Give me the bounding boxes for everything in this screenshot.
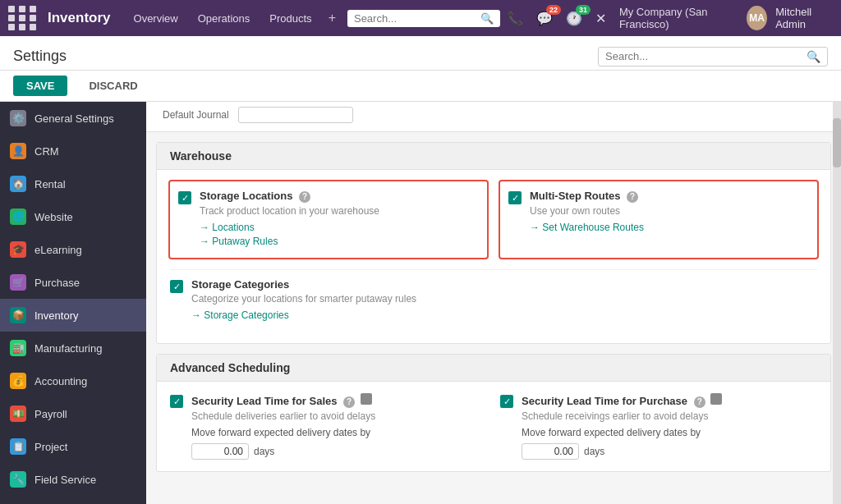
advanced-scheduling-body: ✓ Security Lead Time for Sales ? Schedul… [157,382,830,471]
sidebar-label-website: Website [34,211,73,223]
sidebar-item-accounting[interactable]: 💰 Accounting [0,364,146,397]
security-lead-purchase-table-icon [710,393,722,405]
nav-add-button[interactable]: + [324,11,341,25]
content-area: Default Journal Warehouse ✓ Storage Loca… [146,102,841,504]
settings-header: Settings 🔍 [0,36,841,71]
project-icon: 📋 [10,438,26,455]
security-lead-purchase-input-row: days [522,443,817,460]
security-lead-sales-desc: Schedule deliveries earlier to avoid del… [191,410,487,422]
nav-operations[interactable]: Operations [190,9,259,28]
storage-locations-content: Storage Locations ? Track product locati… [200,190,479,250]
multi-step-routes-help-icon[interactable]: ? [627,191,638,203]
storage-categories-checkbox[interactable]: ✓ [170,280,183,293]
sidebar: ⚙️ General Settings 👤 CRM 🏠 Rental 🌐 Web… [0,102,146,504]
multi-step-routes-desc: Use your own routes [530,205,809,217]
security-lead-purchase-checkbox[interactable]: ✓ [500,395,513,408]
default-journal-bar: Default Journal [146,102,841,132]
gear-icon: ⚙️ [10,110,26,126]
app-grid-icon[interactable] [8,6,38,30]
rental-icon: 🏠 [10,176,26,192]
security-lead-purchase-input[interactable] [522,443,579,460]
topnav-search-input[interactable] [354,12,480,25]
sidebar-item-manufacturing[interactable]: 🏭 Manufacturing [0,332,146,364]
page-title: Settings [13,48,67,65]
security-lead-sales-title: Security Lead Time for Sales ? [191,393,487,408]
activity-badge: 31 [576,5,591,15]
storage-categories-content: Storage Categories Categorize your locat… [191,278,817,323]
chat-badge: 22 [546,5,561,15]
storage-locations-title: Storage Locations ? [200,190,479,203]
security-lead-purchase-label: Move forward expected delivery dates by [522,427,701,438]
sidebar-item-general-settings[interactable]: ⚙️ General Settings [0,102,146,135]
putaway-rules-link[interactable]: Putaway Rules [200,236,479,247]
sidebar-item-payroll[interactable]: 💵 Payroll [0,397,146,430]
sidebar-item-elearning[interactable]: 🎓 eLearning [0,233,146,266]
storage-categories-desc: Categorize your locations for smarter pu… [191,293,817,305]
scrollbar[interactable] [833,102,841,504]
manufacturing-icon: 🏭 [10,340,26,356]
security-lead-sales-table-icon [361,393,372,405]
locations-link[interactable]: Locations [200,222,479,233]
security-lead-sales-input-row: days [191,443,487,460]
multi-step-routes-content: Multi-Step Routes ? Use your own routes … [530,190,809,236]
storage-locations-checkbox[interactable]: ✓ [178,191,191,204]
warehouse-section-body: ✓ Storage Locations ? Track product loca… [157,170,830,343]
sidebar-item-website[interactable]: 🌐 Website [0,200,146,233]
sidebar-item-inventory[interactable]: 📦 Inventory [0,299,146,332]
advanced-scheduling-header: Advanced Scheduling [157,355,830,382]
avatar[interactable]: MA [747,6,767,30]
settings-search[interactable]: 🔍 [598,47,828,66]
sidebar-item-project[interactable]: 📋 Project [0,430,146,463]
chat-icon[interactable]: 💬 22 [533,9,556,28]
sidebar-label-payroll: Payroll [34,408,67,420]
accounting-icon: 💰 [10,373,26,389]
settings-search-input[interactable] [605,50,807,62]
default-journal-input[interactable] [238,107,353,123]
main-layout: ⚙️ General Settings 👤 CRM 🏠 Rental 🌐 Web… [0,102,841,504]
storage-locations-setting: ✓ Storage Locations ? Track product loca… [168,180,489,259]
storage-locations-desc: Track product location in your warehouse [200,205,479,217]
security-lead-purchase-unit: days [584,446,604,457]
storage-locations-help-icon[interactable]: ? [299,191,310,203]
security-lead-purchase-help-icon[interactable]: ? [694,396,705,408]
sidebar-label-project: Project [34,441,67,453]
advanced-scheduling-section: Advanced Scheduling ✓ Security Lead Time… [156,354,831,472]
security-lead-sales-unit: days [254,446,274,457]
topnav-icons: 📞 💬 22 🕐 31 ✕ [503,9,609,28]
sidebar-label-inventory: Inventory [34,309,78,322]
discard-button[interactable]: DISCARD [76,76,150,96]
multi-step-routes-checkbox[interactable]: ✓ [508,191,522,204]
security-lead-purchase-row: Move forward expected delivery dates by [522,427,817,438]
security-lead-sales-checkbox[interactable]: ✓ [170,395,183,408]
topnav: Inventory Overview Operations Products +… [0,0,841,36]
sidebar-label-general-settings: General Settings [34,112,114,125]
storage-categories-link[interactable]: Storage Categories [191,309,817,321]
company-name: My Company (San Francisco) [619,6,737,30]
security-lead-sales-setting: ✓ Security Lead Time for Sales ? Schedul… [170,393,487,460]
sidebar-label-rental: Rental [34,178,66,190]
nav-products[interactable]: Products [261,9,319,28]
phone-icon[interactable]: 📞 [503,9,526,28]
elearning-icon: 🎓 [10,241,26,258]
scroll-thumb[interactable] [833,118,841,167]
close-icon[interactable]: ✕ [592,9,609,28]
topnav-search[interactable]: 🔍 [347,10,500,27]
warehouse-section-header: Warehouse [157,143,830,170]
sidebar-item-field-service[interactable]: 🔧 Field Service [0,463,146,496]
sidebar-label-crm: CRM [34,145,59,158]
sidebar-item-rental[interactable]: 🏠 Rental [0,167,146,200]
set-warehouse-routes-link[interactable]: Set Warehouse Routes [530,222,809,233]
purchase-icon: 🛒 [10,274,26,291]
sidebar-label-elearning: eLearning [34,244,82,256]
activity-icon[interactable]: 🕐 31 [563,9,586,28]
save-button[interactable]: SAVE [13,76,67,96]
security-lead-sales-input[interactable] [191,443,249,460]
security-lead-sales-help-icon[interactable]: ? [343,396,355,408]
security-lead-sales-content: Security Lead Time for Sales ? Schedule … [191,393,487,460]
nav-overview[interactable]: Overview [126,9,186,28]
multi-step-routes-setting: ✓ Multi-Step Routes ? Use your own route… [499,180,819,259]
sidebar-item-purchase[interactable]: 🛒 Purchase [0,266,146,299]
sidebar-item-crm[interactable]: 👤 CRM [0,135,146,167]
security-lead-sales-label: Move forward expected delivery dates by [191,427,370,438]
app-name: Inventory [48,10,111,26]
